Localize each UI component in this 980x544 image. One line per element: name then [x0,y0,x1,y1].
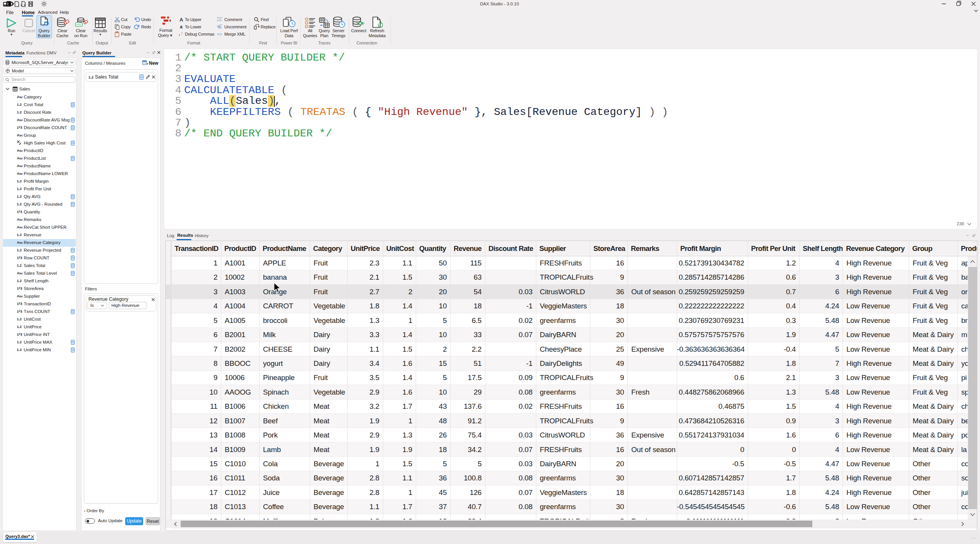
svg-text:,: , [179,31,180,36]
svg-text:A: A [180,17,183,22]
svg-text:a: a [180,24,183,29]
svg-text:<>: <> [217,32,222,37]
svg-text:t: t [7,2,8,6]
svg-text:%: % [217,25,220,29]
svg-text:!: ! [181,31,183,35]
